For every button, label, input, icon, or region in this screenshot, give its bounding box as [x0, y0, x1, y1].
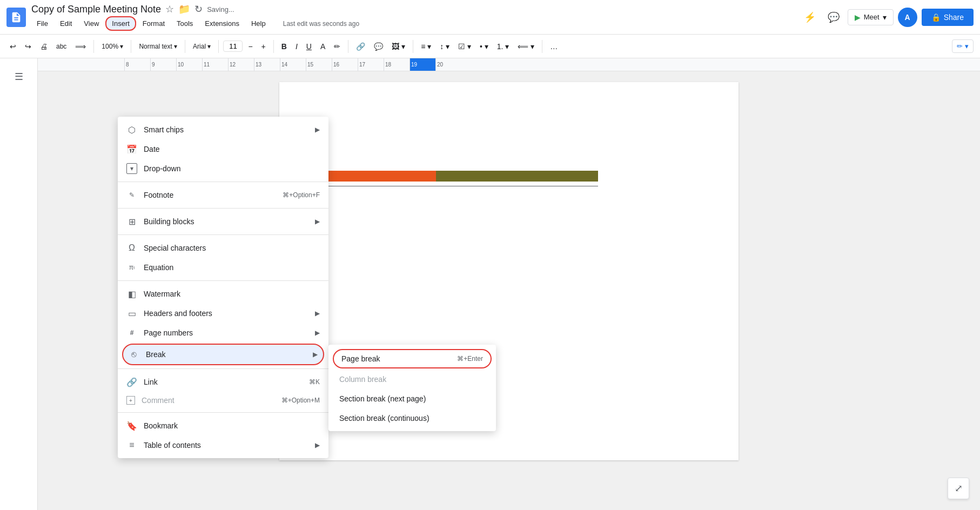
more-options-button[interactable]: …: [547, 40, 561, 53]
spellcheck-button[interactable]: abc: [53, 41, 70, 52]
indent-decrease[interactable]: ⟸ ▾: [514, 40, 538, 53]
underline-button[interactable]: U: [303, 40, 315, 53]
toc-arrow: ▶: [315, 441, 320, 449]
divider-5: [273, 40, 274, 53]
break-submenu: Page break ⌘+Enter Column break Section …: [328, 345, 496, 431]
comment-label: Comment: [142, 396, 275, 405]
redo-button[interactable]: ↪: [22, 40, 35, 53]
italic-button[interactable]: I: [292, 40, 301, 53]
bookmark-label: Bookmark: [144, 421, 320, 430]
image-button[interactable]: 🖼 ▾: [388, 40, 408, 53]
styles-dropdown[interactable]: Normal text ▾: [136, 41, 180, 52]
align-button[interactable]: ≡ ▾: [418, 40, 434, 53]
building-blocks-label: Building blocks: [144, 217, 308, 226]
insert-menu-item-dropdown[interactable]: ▾ Drop-down: [118, 159, 328, 178]
menu-file[interactable]: File: [31, 17, 53, 30]
insert-menu-item-page-numbers[interactable]: # Page numbers ▶: [118, 323, 328, 343]
insert-menu-item-building-blocks[interactable]: ⊞ Building blocks ▶: [118, 212, 328, 231]
paint-format-button[interactable]: ⟹: [72, 40, 89, 53]
menu-tools[interactable]: Tools: [171, 17, 198, 30]
share-button[interactable]: 🔒 Share: [922, 9, 974, 26]
folder-icon[interactable]: 📁: [178, 3, 190, 15]
sidebar-outline-icon[interactable]: ☰: [9, 67, 29, 86]
dropdown-label: Drop-down: [144, 164, 320, 173]
comment-icon: +: [126, 396, 135, 405]
meet-dropdown-icon: ▾: [883, 13, 887, 22]
smart-chips-arrow: ▶: [315, 126, 320, 133]
ruler-13: 13: [254, 58, 280, 71]
saving-status: Saving...: [207, 5, 234, 14]
insert-menu-item-smart-chips[interactable]: ⬡ Smart chips ▶: [118, 120, 328, 139]
chat-icon[interactable]: 💬: [824, 8, 843, 27]
watermark-label: Watermark: [144, 290, 320, 298]
numbered-list-button[interactable]: 1. ▾: [494, 40, 513, 53]
menu-extensions[interactable]: Extensions: [199, 17, 245, 30]
link-button[interactable]: 🔗: [353, 40, 368, 53]
toc-label: Table of contents: [144, 441, 308, 449]
date-icon: 📅: [126, 144, 137, 155]
ruler-20: 20: [435, 58, 461, 71]
divider-1: [93, 40, 94, 53]
insert-menu-item-footnote[interactable]: ✎ Footnote ⌘+Option+F: [118, 185, 328, 205]
menu-edit[interactable]: Edit: [55, 17, 77, 30]
smart-chips-label: Smart chips: [144, 125, 308, 134]
progress-orange: [328, 171, 436, 182]
break-submenu-item-page-break[interactable]: Page break ⌘+Enter: [333, 349, 492, 368]
checklist-button[interactable]: ☑ ▾: [455, 40, 474, 53]
bottom-right-expand-button[interactable]: ⤢: [948, 478, 969, 499]
user-avatar[interactable]: A: [898, 8, 917, 27]
menu-help[interactable]: Help: [246, 17, 271, 30]
insert-menu-item-equation[interactable]: πt Equation: [118, 258, 328, 277]
link-shortcut: ⌘K: [309, 378, 320, 386]
insert-menu-item-table-of-contents[interactable]: ≡ Table of contents ▶: [118, 435, 328, 455]
comment-button[interactable]: 💬: [371, 40, 386, 53]
ruler-19: 19: [410, 58, 435, 71]
font-family-dropdown[interactable]: Arial ▾: [190, 41, 214, 52]
star-icon[interactable]: ☆: [165, 3, 174, 15]
divider-4: [218, 40, 219, 53]
insert-menu-item-headers-footers[interactable]: ▭ Headers and footers ▶: [118, 304, 328, 323]
insert-menu-item-special-characters[interactable]: Ω Special characters: [118, 238, 328, 258]
meet-button[interactable]: ▶ Meet ▾: [848, 9, 894, 25]
highlight-button[interactable]: ✏: [331, 40, 344, 53]
analytics-icon[interactable]: ⚡: [800, 8, 820, 27]
insert-menu: ⬡ Smart chips ▶ 📅 Date ▾ Drop-down ✎ Foo…: [118, 117, 328, 458]
date-label: Date: [144, 145, 320, 153]
editing-mode-button[interactable]: ✏ ▾: [952, 39, 974, 53]
insert-menu-item-watermark[interactable]: ◧ Watermark: [118, 284, 328, 304]
ruler: 8 9 10 11 12 13 14 15 16 17 18 19 20: [38, 58, 980, 71]
page-break-label: Page break: [341, 354, 380, 363]
font-size-increase[interactable]: +: [258, 40, 269, 53]
menu-format[interactable]: Format: [137, 17, 170, 30]
last-edit-text: Last edit was seconds ago: [283, 20, 359, 28]
text-color-button[interactable]: A: [317, 40, 328, 53]
insert-menu-item-break[interactable]: ⎋ Break ▶: [122, 344, 324, 365]
print-button[interactable]: 🖨: [37, 40, 51, 53]
insert-menu-item-link[interactable]: 🔗 Link ⌘K: [118, 372, 328, 392]
break-label: Break: [146, 350, 306, 359]
bullets-button[interactable]: • ▾: [476, 40, 492, 53]
zoom-dropdown[interactable]: 100% ▾: [98, 41, 126, 52]
insert-menu-item-bookmark[interactable]: 🔖 Bookmark: [118, 416, 328, 435]
doc-title[interactable]: Copy of Sample Meeting Note: [31, 4, 161, 15]
line-spacing-button[interactable]: ↕ ▾: [437, 40, 453, 53]
lock-icon: 🔒: [931, 13, 941, 22]
insert-menu-item-date[interactable]: 📅 Date: [118, 139, 328, 159]
menu-view[interactable]: View: [78, 17, 104, 30]
page-numbers-arrow: ▶: [315, 329, 320, 337]
break-submenu-item-section-continuous[interactable]: Section break (continuous): [328, 408, 496, 428]
menu-insert[interactable]: Insert: [105, 16, 136, 31]
break-submenu-item-section-next[interactable]: Section break (next page): [328, 389, 496, 408]
undo-button[interactable]: ↩: [6, 40, 19, 53]
cloud-icon[interactable]: ↻: [194, 3, 203, 15]
progress-bar-container: [328, 171, 690, 186]
headers-footers-icon: ▭: [126, 308, 137, 319]
ruler-16: 16: [332, 58, 358, 71]
insert-menu-item-comment: + Comment ⌘+Option+M: [118, 392, 328, 409]
font-size-input[interactable]: 11: [223, 41, 243, 52]
watermark-icon: ◧: [126, 288, 137, 299]
bold-button[interactable]: B: [278, 40, 290, 53]
font-size-decrease[interactable]: −: [245, 40, 256, 53]
docs-logo[interactable]: [6, 8, 26, 27]
divider-after-break: [118, 368, 328, 369]
